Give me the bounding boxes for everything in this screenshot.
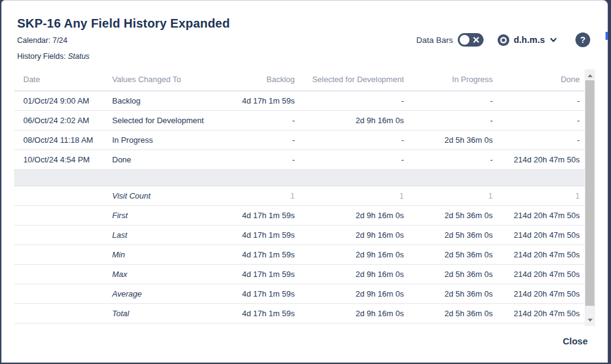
cell-backlog: 4d 17h 1m 59s bbox=[213, 225, 301, 245]
column-header-date: Date bbox=[14, 70, 112, 91]
data-bars-label: Data Bars bbox=[416, 36, 453, 45]
close-button[interactable]: Close bbox=[563, 336, 588, 346]
cell-in-progress: 2d 5h 36m 0s bbox=[410, 130, 499, 150]
cell-selected: 2d 9h 16m 0s bbox=[301, 303, 410, 323]
history-fields-info: History Fields: Status bbox=[17, 52, 89, 61]
toggle-off-icon bbox=[472, 36, 480, 44]
cell-done: - bbox=[499, 130, 586, 150]
data-bars-toggle[interactable] bbox=[458, 33, 484, 47]
cell-done: 214d 20h 47m 50s bbox=[499, 205, 586, 225]
cell-done: 214d 20h 47m 50s bbox=[499, 245, 586, 264]
scrollbar-thumb[interactable] bbox=[585, 80, 594, 306]
cell-in-progress: 1 bbox=[410, 186, 499, 205]
summary-row: First 4d 17h 1m 59s 2d 9h 16m 0s 2d 5h 3… bbox=[14, 205, 586, 225]
calendar-label: Calendar: bbox=[17, 36, 50, 45]
summary-row: Visit Count 1 1 1 1 bbox=[14, 186, 586, 205]
cell-selected: 2d 9h 16m 0s bbox=[301, 110, 410, 130]
toggle-knob bbox=[460, 35, 469, 45]
cell-in-progress: - bbox=[410, 110, 499, 130]
cell-date: 10/Oct/24 4:54 PM bbox=[14, 150, 112, 169]
scrollbar-up-button[interactable] bbox=[585, 69, 595, 82]
cell-selected: 2d 9h 16m 0s bbox=[301, 284, 410, 303]
cell-in-progress: 2d 5h 36m 0s bbox=[410, 264, 499, 284]
cell-value: Selected for Development bbox=[112, 110, 213, 130]
cell-in-progress: 2d 5h 36m 0s bbox=[410, 303, 499, 323]
cell-done: - bbox=[499, 110, 586, 130]
cell-date: 08/Oct/24 11:18 AM bbox=[14, 130, 112, 150]
cell-in-progress: 2d 5h 36m 0s bbox=[410, 205, 499, 225]
table-header-row: Date Values Changed To Backlog Selected … bbox=[14, 70, 586, 91]
history-fields-label: History Fields: bbox=[17, 52, 66, 61]
time-format-value: d.h.m.s bbox=[514, 35, 545, 45]
header-controls: Data Bars d.h.m.s ? bbox=[416, 32, 590, 47]
cell-backlog: 4d 17h 1m 59s bbox=[213, 264, 301, 284]
cell-backlog: 1 bbox=[213, 186, 301, 205]
cell-done: 1 bbox=[499, 186, 586, 205]
question-mark-icon: ? bbox=[580, 35, 586, 45]
table-scrollbar[interactable] bbox=[585, 69, 595, 326]
summary-label: Last bbox=[112, 225, 213, 245]
summary-row: Max 4d 17h 1m 59s 2d 9h 16m 0s 2d 5h 36m… bbox=[14, 264, 586, 284]
table-row: 10/Oct/24 4:54 PM Done - - - 214d 20h 47… bbox=[14, 150, 586, 169]
column-header-values-changed-to: Values Changed To bbox=[112, 70, 213, 91]
table-row: 08/Oct/24 11:18 AM In Progress - - 2d 5h… bbox=[14, 130, 586, 150]
cell-done: 214d 20h 47m 50s bbox=[499, 264, 586, 284]
column-header-selected-for-development: Selected for Development bbox=[301, 70, 410, 91]
cell-backlog: - bbox=[213, 150, 301, 169]
calendar-info: Calendar: 7/24 bbox=[17, 36, 67, 45]
triangle-down-icon bbox=[588, 319, 593, 322]
cell-in-progress: - bbox=[410, 150, 499, 169]
cell-in-progress: - bbox=[410, 91, 499, 110]
cell-done: - bbox=[499, 91, 586, 110]
cell-selected: - bbox=[301, 91, 410, 110]
cell-backlog: 4d 17h 1m 59s bbox=[213, 303, 301, 323]
cell-selected: - bbox=[301, 150, 410, 169]
cell-backlog: - bbox=[213, 130, 301, 150]
summary-label: Visit Count bbox=[112, 186, 213, 205]
summary-row: Total 4d 17h 1m 59s 2d 9h 16m 0s 2d 5h 3… bbox=[14, 303, 586, 323]
summary-row: Last 4d 17h 1m 59s 2d 9h 16m 0s 2d 5h 36… bbox=[14, 225, 586, 245]
cell-backlog: 4d 17h 1m 59s bbox=[213, 245, 301, 264]
cell-date: 06/Oct/24 2:02 AM bbox=[14, 110, 112, 130]
column-header-done: Done bbox=[499, 70, 586, 91]
calendar-value: 7/24 bbox=[53, 36, 67, 45]
cell-done: 214d 20h 47m 50s bbox=[499, 303, 586, 323]
cell-in-progress: 2d 5h 36m 0s bbox=[410, 284, 499, 303]
separator-band bbox=[14, 169, 586, 186]
cell-done: 214d 20h 47m 50s bbox=[499, 225, 586, 245]
table-row: 06/Oct/24 2:02 AM Selected for Developme… bbox=[14, 110, 586, 130]
triangle-up-icon bbox=[588, 74, 593, 77]
cell-in-progress: 2d 5h 36m 0s bbox=[410, 245, 499, 264]
cell-selected: 2d 9h 16m 0s bbox=[301, 264, 410, 284]
table-row: 01/Oct/24 9:00 AM Backlog 4d 17h 1m 59s … bbox=[14, 91, 586, 110]
cell-selected: - bbox=[301, 130, 410, 150]
cell-value: Backlog bbox=[112, 91, 213, 110]
summary-label: First bbox=[112, 205, 213, 225]
column-header-backlog: Backlog bbox=[213, 70, 301, 91]
field-history-table: Date Values Changed To Backlog Selected … bbox=[14, 70, 586, 324]
history-fields-value: Status bbox=[68, 52, 89, 61]
cell-selected: 1 bbox=[301, 186, 410, 205]
record-icon bbox=[497, 34, 510, 47]
cell-date: 01/Oct/24 9:00 AM bbox=[14, 91, 112, 110]
column-header-in-progress: In Progress bbox=[410, 70, 499, 91]
history-expanded-dialog: SKP-16 Any Field History Expanded Calend… bbox=[1, 0, 608, 363]
scrollbar-down-button[interactable] bbox=[585, 314, 595, 326]
cell-value: In Progress bbox=[112, 130, 213, 150]
cell-backlog: 4d 17h 1m 59s bbox=[213, 91, 301, 110]
cell-in-progress: 2d 5h 36m 0s bbox=[410, 225, 499, 245]
cell-backlog: - bbox=[213, 110, 301, 130]
time-format-dropdown[interactable]: d.h.m.s bbox=[497, 34, 557, 47]
cell-backlog: 4d 17h 1m 59s bbox=[213, 284, 301, 303]
cell-done: 214d 20h 47m 50s bbox=[499, 284, 586, 303]
cell-selected: 2d 9h 16m 0s bbox=[301, 245, 410, 264]
help-button[interactable]: ? bbox=[575, 32, 590, 47]
cell-value: Done bbox=[112, 150, 213, 169]
summary-label: Max bbox=[112, 264, 213, 284]
focus-marker bbox=[605, 32, 608, 40]
summary-row: Min 4d 17h 1m 59s 2d 9h 16m 0s 2d 5h 36m… bbox=[14, 245, 586, 264]
chevron-down-icon bbox=[550, 36, 557, 44]
summary-label: Min bbox=[112, 245, 213, 264]
cell-selected: 2d 9h 16m 0s bbox=[301, 225, 410, 245]
cell-selected: 2d 9h 16m 0s bbox=[301, 205, 410, 225]
